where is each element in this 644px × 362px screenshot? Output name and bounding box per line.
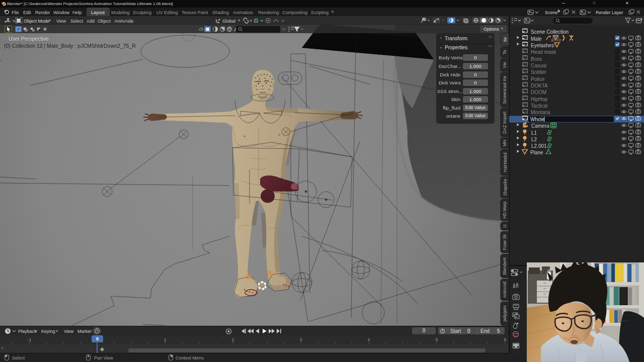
svg-text:MH: MH <box>503 140 508 146</box>
svg-text:6: 6 <box>504 337 506 342</box>
svg-text:Tactical: Tactical <box>531 103 547 109</box>
svg-text:Shapeke: Shapeke <box>503 178 508 196</box>
svg-text:Fuse Sk: Fuse Sk <box>503 234 508 250</box>
svg-text:Police: Police <box>531 76 545 82</box>
svg-text:L1: L1 <box>531 130 537 136</box>
svg-text:Eyelashes: Eyelashes <box>531 43 554 48</box>
svg-text:Screencast Ke: Screencast Ke <box>503 76 508 104</box>
svg-text:Montana: Montana <box>531 110 550 115</box>
svg-text:To: To <box>503 50 508 54</box>
svg-text:Camera: Camera <box>531 123 549 129</box>
svg-text:1: 1 <box>164 337 166 342</box>
svg-text:BlenderK: BlenderK <box>503 257 508 275</box>
svg-text:Vie: Vie <box>503 62 508 68</box>
svg-text:HD Morp: HD Morp <box>503 201 508 219</box>
svg-text:polygoni: polygoni <box>503 306 508 322</box>
svg-text:DAZ Import: DAZ Import <box>503 111 508 134</box>
svg-text:HipHop: HipHop <box>531 97 548 102</box>
svg-text:2: 2 <box>231 337 234 342</box>
svg-text:Boss: Boss <box>531 56 542 62</box>
svg-text:5: 5 <box>435 337 438 342</box>
svg-text:Scene Collection: Scene Collection <box>531 29 569 35</box>
svg-text:AnimAid: AnimAid <box>503 282 508 298</box>
svg-text:U: U <box>503 224 508 227</box>
svg-text:3: 3 <box>299 337 302 342</box>
svg-text:Soldier: Soldier <box>531 69 547 75</box>
svg-text:Head mask: Head mask <box>531 49 557 55</box>
svg-text:2: 2 <box>559 39 561 42</box>
svg-text:Male: Male <box>531 36 542 42</box>
svg-text:L2: L2 <box>531 137 537 142</box>
svg-text:Whole: Whole <box>530 117 545 122</box>
svg-text:Plane: Plane <box>530 150 543 155</box>
svg-text:Ite: Ite <box>503 37 508 42</box>
svg-text:-1: -1 <box>27 337 31 342</box>
svg-text:4: 4 <box>367 337 370 342</box>
svg-text:DOKTA: DOKTA <box>531 83 548 88</box>
svg-text:DOOM: DOOM <box>531 89 546 95</box>
svg-text:Casual: Casual <box>531 63 546 68</box>
svg-text:L2.001: L2.001 <box>531 143 547 149</box>
svg-text:HairModul: HairModul <box>503 152 508 172</box>
